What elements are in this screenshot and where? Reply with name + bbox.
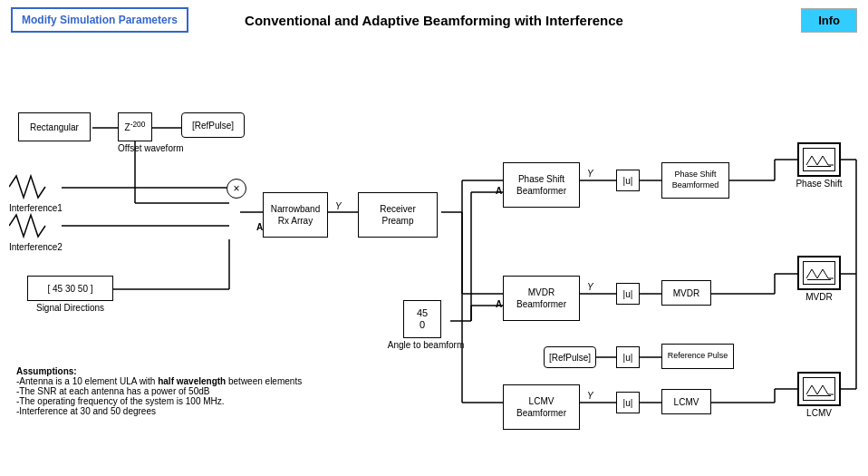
modify-simulation-btn[interactable]: Modify Simulation Parameters bbox=[11, 7, 188, 33]
interference2-block: Interference2 bbox=[9, 210, 63, 252]
top-bar: Modify Simulation Parameters Conventiona… bbox=[0, 0, 868, 40]
assumption-line-1: -Antenna is a 10 element ULA with half w… bbox=[16, 376, 302, 386]
rectangular-block: Rectangular bbox=[18, 112, 91, 141]
simulation-canvas: Y Y Y bbox=[0, 40, 868, 471]
interference2-label: Interference2 bbox=[9, 242, 63, 252]
mixer-block: × bbox=[227, 179, 246, 199]
phase-shift-beamformer-block: Phase Shift Beamformer bbox=[503, 162, 580, 208]
refpulse1-block: [RefPulse] bbox=[181, 112, 245, 138]
lcmv-label-block: LCMV bbox=[661, 389, 711, 414]
receiver-preamp-block: Receiver Preamp bbox=[358, 192, 438, 238]
abs2-block: |u| bbox=[616, 283, 640, 305]
signal-directions-label: Signal Directions bbox=[27, 303, 113, 313]
reference-pulse-block: Reference Pulse bbox=[661, 344, 734, 369]
assumption-line-2: -The SNR at each antenna has a power of … bbox=[16, 386, 302, 396]
narrowband-rx-block: Narrowband Rx Array bbox=[263, 192, 328, 238]
offset-waveform-label: Offset waveform bbox=[118, 143, 172, 153]
svg-text:Y: Y bbox=[587, 391, 594, 401]
lcmv-beamformer-block: LCMV Beamformer bbox=[503, 384, 580, 430]
svg-text:Y: Y bbox=[335, 201, 342, 211]
assumptions-section: Assumptions: -Antenna is a 10 element UL… bbox=[16, 366, 302, 416]
page-title: Conventional and Adaptive Beamforming wi… bbox=[245, 13, 623, 28]
svg-text:Y: Y bbox=[587, 282, 594, 292]
abs1-block: |u| bbox=[616, 170, 640, 191]
angle-beamform-block: 45 0 Angle to beamform bbox=[403, 300, 441, 338]
mvdr-label-block: MVDR bbox=[661, 280, 711, 306]
phase-shift-beamformed-block: Phase Shift Beamformed bbox=[661, 162, 729, 199]
assumption-line-4: -Interference at 30 and 50 degrees bbox=[16, 406, 302, 416]
interference1-block: Interference1 bbox=[9, 171, 63, 213]
abs3-block: |u| bbox=[616, 346, 640, 368]
signal-directions-block: [ 45 30 50 ] bbox=[27, 276, 113, 301]
abs4-block: |u| bbox=[616, 392, 640, 413]
assumption-line-3: -The operating frequency of the system i… bbox=[16, 396, 302, 406]
z200-block: Z-200 bbox=[118, 112, 152, 141]
assumptions-title: Assumptions: bbox=[16, 366, 302, 376]
svg-text:Y: Y bbox=[587, 169, 594, 179]
info-btn[interactable]: Info bbox=[801, 8, 857, 33]
mvdr-beamformer-block: MVDR Beamformer bbox=[503, 276, 580, 321]
refpulse2-block: [RefPulse] bbox=[544, 346, 596, 368]
